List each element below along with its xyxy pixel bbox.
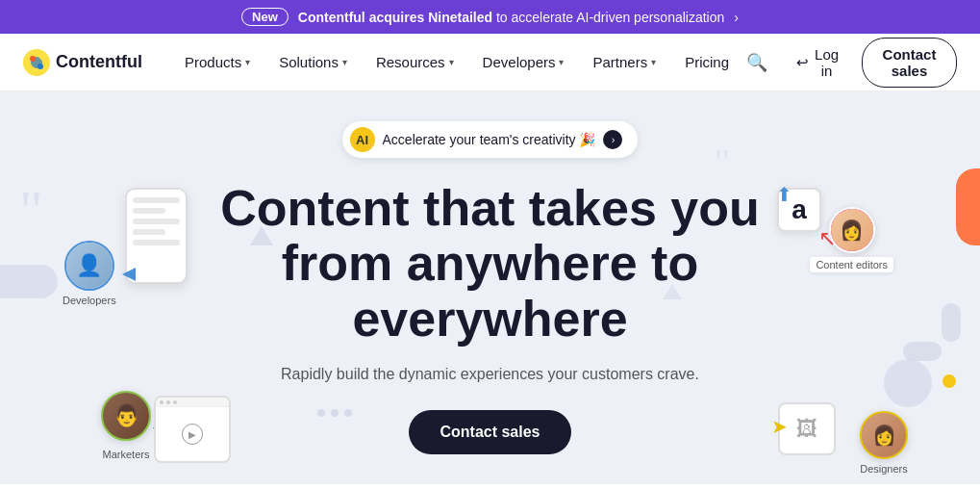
hero-cta-button[interactable]: Contact sales [409, 410, 570, 454]
ai-pill-arrow-icon: › [603, 130, 622, 149]
nav-item-developers[interactable]: Developers ▾ [471, 46, 576, 78]
marketers-label: Marketers [101, 449, 151, 460]
decorative-dot-yellow [942, 374, 956, 388]
decorative-blob-right1 [942, 303, 961, 342]
ai-badge: AI [350, 127, 375, 152]
login-button[interactable]: ↩ Log in [785, 39, 850, 87]
ai-pill[interactable]: AI Accelerate your team's creativity 🎉 › [342, 121, 639, 158]
play-icon: ▶ [182, 424, 203, 445]
nav-item-resources[interactable]: Resources ▾ [364, 46, 465, 78]
chevron-down-icon: ▾ [342, 57, 347, 67]
chevron-down-icon: ▾ [651, 57, 656, 67]
decorative-blob-right2 [903, 342, 942, 361]
logo-link[interactable]: Contentful [23, 49, 142, 76]
hero-subtext: Rapidly build the dynamic experiences yo… [281, 366, 699, 383]
search-button[interactable]: 🔍 [741, 46, 773, 79]
image-icon: 🖼 [796, 417, 817, 442]
decorative-small-dots [317, 409, 352, 417]
decorative-quote-right: " [715, 140, 730, 185]
nav-item-solutions[interactable]: Solutions ▾ [267, 46, 359, 78]
designers-float: 👩 Designers [860, 411, 908, 475]
developers-avatar: 👤 [64, 241, 114, 291]
decorative-quote-left: " [19, 178, 43, 244]
nav-links: Products ▾ Solutions ▾ Resources ▾ Devel… [173, 46, 741, 78]
marketers-float: 👨 ← Marketers [101, 391, 151, 460]
yellow-arrow-icon: ➤ [771, 415, 788, 438]
decorative-blob-left [0, 265, 58, 298]
developers-label: Developers [63, 295, 116, 306]
chevron-down-icon: ▾ [245, 57, 250, 67]
editors-label: Content editors [810, 257, 893, 272]
nav-item-pricing[interactable]: Pricing [673, 46, 741, 78]
announcement-banner[interactable]: New Contentful acquires Ninetailed to ac… [0, 0, 980, 34]
browser-mockup: ▶ [154, 396, 231, 463]
decorative-dot-circle [884, 359, 932, 407]
chevron-down-icon: ▾ [559, 57, 564, 67]
svg-point-2 [38, 64, 43, 69]
hero-heading: Content that takes you from anywhere to … [220, 181, 760, 347]
nav-item-partners[interactable]: Partners ▾ [581, 46, 667, 78]
editors-float: 👩 Content editors [810, 207, 893, 272]
svg-point-1 [30, 56, 36, 62]
developers-float: 👤 Developers [63, 241, 116, 306]
decorative-orange-blob [956, 168, 980, 245]
logo-icon [23, 49, 50, 76]
chevron-down-icon: ▾ [449, 57, 454, 67]
banner-message: Contentful acquires Ninetailed to accele… [298, 10, 725, 25]
nav-item-products[interactable]: Products ▾ [173, 46, 262, 78]
developers-arrow-icon [122, 268, 136, 281]
contact-sales-button[interactable]: Contact sales [862, 38, 957, 88]
banner-arrow-icon: › [734, 10, 739, 25]
editors-avatar: 👩 [829, 207, 875, 253]
designers-label: Designers [860, 463, 908, 475]
ai-pill-text: Accelerate your team's creativity 🎉 [383, 132, 596, 147]
marketers-avatar: 👨 [101, 391, 151, 441]
share-icon: ⬆ [776, 183, 792, 206]
logo-text: Contentful [56, 52, 142, 72]
nav-actions: 🔍 ↩ Log in Contact sales [741, 38, 957, 88]
hero-section: " " 👤 Developers a ⬆ ↖ 👩 Content editors [0, 91, 980, 484]
designers-avatar: 👩 [860, 411, 908, 459]
main-navbar: Contentful Products ▾ Solutions ▾ Resour… [0, 34, 980, 91]
login-icon: ↩ [796, 54, 809, 71]
new-badge: New [241, 8, 289, 26]
